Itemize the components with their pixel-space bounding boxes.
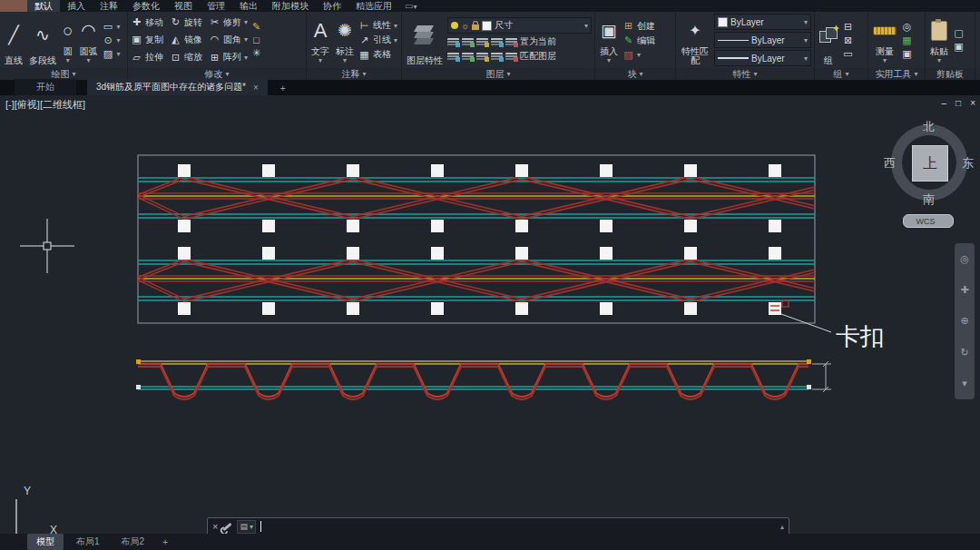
layer-tool-icon[interactable] <box>476 53 488 61</box>
ribbon-tab-1[interactable]: 插入 <box>60 0 93 12</box>
layer-tool-icon[interactable] <box>462 53 474 61</box>
rectangle-button[interactable]: ▭▾ <box>102 21 120 33</box>
layout-tab-2[interactable]: 布局2 <box>113 534 154 550</box>
line-button[interactable]: ╱ 直线 <box>3 14 24 66</box>
file-tab-start[interactable]: 开始 <box>15 79 76 95</box>
quick-select-button[interactable]: ◎ <box>901 21 913 33</box>
command-bar[interactable]: × ▤ ▾ ▴ <box>207 517 789 535</box>
stretch-button[interactable]: ▱拉伸 <box>131 49 163 66</box>
viewcube-top-face[interactable]: 上 <box>912 145 948 182</box>
hatch-button[interactable]: ▨▾ <box>102 48 120 60</box>
copy-clip-button[interactable]: ▢ <box>953 27 965 39</box>
mirror-button[interactable]: ◭镜像 <box>170 31 202 48</box>
calculator-button[interactable]: ▣ <box>901 48 913 60</box>
layer-tool-icon[interactable] <box>505 53 517 61</box>
layer-tool-icon[interactable] <box>476 38 488 46</box>
text-button[interactable]: A 文字 ▾ <box>309 14 331 66</box>
ribbon-tab-8[interactable]: 协作 <box>316 0 348 12</box>
wrench-icon[interactable] <box>223 522 232 530</box>
layer-properties-button[interactable]: 图层特性 <box>405 14 445 66</box>
viewcube-west[interactable]: 西 <box>884 155 896 172</box>
orbit-icon[interactable]: ↻ <box>960 347 968 358</box>
layout-tab-0[interactable]: 模型 <box>27 534 64 550</box>
overkill-button[interactable]: ✳ <box>250 47 262 59</box>
quick-calc-button[interactable]: ▦ <box>901 34 913 46</box>
fillet-button[interactable]: ◠圆角▾ <box>209 31 248 48</box>
nav-more-icon[interactable]: ▾ <box>962 378 967 389</box>
viewcube-south[interactable]: 南 <box>923 192 935 208</box>
paste-button[interactable]: 粘贴 ▾ <box>928 14 950 66</box>
table-button[interactable]: ▦表格 <box>358 48 397 61</box>
file-tab-document[interactable]: 3d钢筋及原平面图中存在的诸多问题* × <box>87 79 268 95</box>
create-block-button[interactable]: ⊞创建 <box>622 20 655 33</box>
pan-icon[interactable]: ✚ <box>960 284 968 296</box>
ribbon-tab-5[interactable]: 管理 <box>200 0 232 12</box>
nav-wheel-icon[interactable]: ◎ <box>960 253 969 265</box>
layer-tool-icon[interactable] <box>447 53 459 61</box>
group-button[interactable]: ✦ 组 <box>818 14 839 66</box>
ribbon-tab-6[interactable]: 输出 <box>232 0 265 12</box>
layer-tool-icon[interactable] <box>491 38 503 46</box>
linear-dim-button[interactable]: ⊢线性▾ <box>358 19 397 32</box>
recent-commands-button[interactable]: ▤ ▾ <box>237 520 256 534</box>
layer-tool-icon[interactable] <box>447 38 459 46</box>
layer-tool-icon[interactable] <box>491 53 503 61</box>
match-properties-button[interactable]: ✦ 特性匹配 <box>679 14 711 66</box>
trim-button[interactable]: ✂修剪▾ <box>209 14 248 31</box>
ribbon-tab-0[interactable]: 默认 <box>27 0 60 12</box>
panel-label-clipboard[interactable]: 剪贴板 <box>926 68 975 80</box>
measure-button[interactable]: 测量 ▾ <box>871 14 898 66</box>
panel-label-block[interactable]: 块▾ <box>595 68 675 80</box>
app-menu-icon[interactable] <box>0 0 27 12</box>
copy-button[interactable]: ▣复制 <box>131 31 163 48</box>
close-icon[interactable]: × <box>970 98 975 108</box>
lineweight-select[interactable]: ByLayer ▾ <box>714 50 811 66</box>
cut-clip-button[interactable]: ▣ <box>953 41 965 53</box>
layer-tool-icon[interactable] <box>462 38 474 46</box>
new-tab-button[interactable]: + <box>273 82 293 95</box>
rotate-button[interactable]: ↻旋转 <box>170 14 202 31</box>
panel-label-annotate[interactable]: 注释▾ <box>307 68 401 80</box>
block-attributes-button[interactable]: ▨▾ <box>622 49 655 61</box>
group-select-button[interactable]: ▭ <box>842 48 854 60</box>
viewcube-north[interactable]: 北 <box>923 119 935 135</box>
ribbon-tab-3[interactable]: 参数化 <box>125 0 167 12</box>
ellipse-button[interactable]: ⊙▾ <box>102 34 120 46</box>
viewcube[interactable]: 上 北 南 西 东 <box>887 121 971 204</box>
dimension-button[interactable]: ✺ 标注 ▾ <box>334 14 356 66</box>
close-tab-icon[interactable]: × <box>253 83 259 93</box>
erase-button[interactable]: ✎ <box>250 21 262 33</box>
leader-button[interactable]: ↗引线▾ <box>358 34 397 46</box>
group-edit-button[interactable]: ⊠ <box>842 34 854 46</box>
close-command-icon[interactable]: × <box>212 521 218 532</box>
zoom-icon[interactable]: ⊕ <box>960 315 968 327</box>
panel-label-view[interactable]: 视图▾ <box>975 68 980 80</box>
polyline-button[interactable]: ∿ 多段线 <box>27 14 58 66</box>
new-layout-button[interactable]: + <box>157 535 173 549</box>
array-button[interactable]: ⊞阵列▾ <box>209 49 248 66</box>
circle-button[interactable]: ○ 圆 ▾ <box>61 14 74 66</box>
scale-button[interactable]: ⊡缩放 <box>170 49 202 66</box>
linetype-select[interactable]: ByLayer ▾ <box>714 32 811 48</box>
ungroup-button[interactable]: ⊟ <box>842 21 854 33</box>
panel-label-groups[interactable]: 组▾ <box>815 68 867 80</box>
insert-block-button[interactable]: ▣ 插入 ▾ <box>598 14 620 66</box>
ucs-menu-button[interactable]: WCS ▾ <box>903 214 954 228</box>
explode-button[interactable]: □ <box>250 34 262 45</box>
minimize-icon[interactable]: ‒ <box>942 98 947 108</box>
layer-tool-icon[interactable] <box>505 38 517 46</box>
move-button[interactable]: ✚移动 <box>131 14 163 31</box>
panel-label-utilities[interactable]: 实用工具▾ <box>868 68 925 80</box>
panel-label-properties[interactable]: 特性▾ <box>676 68 814 80</box>
viewcube-east[interactable]: 东 <box>962 155 974 172</box>
edit-block-button[interactable]: ✎编辑 <box>622 34 655 47</box>
panel-label-layers[interactable]: 图层▾ <box>402 68 594 80</box>
layout-tab-1[interactable]: 布局1 <box>67 534 109 550</box>
object-color-select[interactable]: ByLayer ▾ <box>714 14 811 30</box>
ribbon-tab-4[interactable]: 视图 <box>167 0 200 12</box>
set-current-button[interactable]: 置为当前 <box>520 35 556 48</box>
layer-select[interactable]: ☼ 尺寸 ▾ <box>447 17 592 34</box>
arc-button[interactable]: ◠ 圆弧 ▾ <box>77 14 99 66</box>
expand-history-icon[interactable]: ▴ <box>780 523 784 531</box>
ribbon-tab-2[interactable]: 注释 <box>93 0 125 12</box>
